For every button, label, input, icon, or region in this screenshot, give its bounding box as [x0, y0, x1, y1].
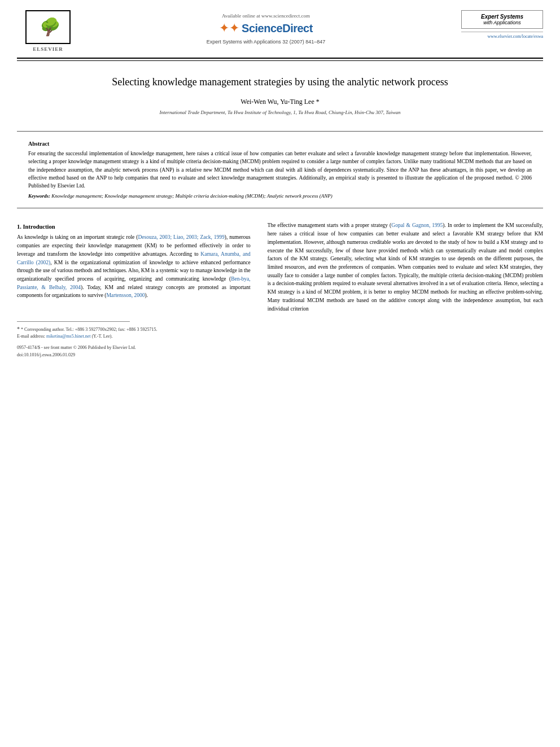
sciencedirect-section: Available online at www.sciencedirect.co…	[79, 10, 453, 45]
column-right: The effective management starts with a p…	[259, 221, 543, 316]
article-title: Selecting knowledge management strategie…	[45, 75, 515, 89]
sciencedirect-logo: ✦✦ ScienceDirect	[219, 21, 313, 36]
elsevier-logo-box: 🌳	[25, 10, 71, 44]
sciencedirect-icon: ✦✦	[219, 21, 239, 36]
keywords-label: Keywords:	[28, 193, 50, 199]
authors: Wei-Wen Wu, Yu-Ting Lee *	[45, 98, 515, 106]
journal-ids-text: 0957-4174/$ - see front matter © 2006 Pu…	[17, 344, 543, 359]
page: 🌳 ELSEVIER Available online at www.scien…	[0, 0, 560, 747]
ref-martensson[interactable]: Martensson, 2000	[106, 292, 145, 298]
elsevier-logo-section: 🌳 ELSEVIER	[17, 10, 79, 52]
abstract-section: Abstract For ensuring the successful imp…	[0, 136, 560, 203]
expert-systems-sub: with Applications	[467, 20, 537, 25]
ref-benbya[interactable]: Ben-bya, Passiante, & Belbaly, 2004	[17, 276, 251, 290]
journal-brand-section: Expert Systems with Applications www.els…	[453, 10, 543, 39]
elsevier-label: ELSEVIER	[33, 46, 63, 52]
intro-para-right: The effective management starts with a p…	[268, 221, 543, 313]
ref-kamara[interactable]: Kamara, Anumba, and Carrillo (2002)	[17, 251, 251, 265]
expert-systems-box: Expert Systems with Applications	[461, 10, 543, 29]
header-divider-top	[17, 58, 543, 59]
elsevier-tree-icon: 🌳	[38, 19, 59, 36]
expert-systems-title: Expert Systems	[467, 14, 537, 20]
footnote-corresponding: * * Corresponding author. Tel.: +886 3 5…	[17, 325, 543, 333]
abstract-divider-top	[17, 131, 543, 132]
footnote-corresponding-text: * Corresponding author. Tel.: +886 3 592…	[21, 327, 157, 332]
abstract-label: Abstract	[28, 141, 532, 147]
intro-para-left: As knowledge is taking on an important s…	[17, 233, 251, 300]
column-left: 1. Introduction As knowledge is taking o…	[17, 221, 259, 316]
section1-col-right-text: The effective management starts with a p…	[268, 221, 543, 313]
abstract-text: For ensuring the successful implementati…	[28, 150, 532, 190]
keywords-values: Knowledge management; Knowledge manageme…	[51, 193, 332, 199]
header: 🌳 ELSEVIER Available online at www.scien…	[0, 0, 560, 52]
ref-desouza[interactable]: Desouza, 2003; Liao, 2003; Zack, 1999	[138, 234, 224, 240]
sciencedirect-label: ScienceDirect	[242, 22, 313, 35]
main-content: 1. Introduction As knowledge is taking o…	[0, 213, 560, 316]
journal-ids: 0957-4174/$ - see front matter © 2006 Pu…	[0, 340, 560, 362]
footer-section: * * Corresponding author. Tel.: +886 3 5…	[0, 321, 560, 340]
elsevier-url: www.elsevier.com/locate/eswa	[461, 32, 543, 39]
title-section: Selecting knowledge management strategie…	[0, 61, 560, 126]
email-link[interactable]: miketina@ms5.hinet.net	[46, 334, 90, 339]
section1-col-left-text: As knowledge is taking on an important s…	[17, 233, 251, 300]
keywords: Keywords: Knowledge management; Knowledg…	[28, 193, 532, 199]
email-label: E-mail address:	[17, 334, 45, 339]
available-online-text: Available online at www.sciencedirect.co…	[222, 13, 310, 19]
footer-divider	[17, 321, 130, 322]
section1-heading: 1. Introduction	[17, 224, 251, 230]
ref-gopal[interactable]: Gopal & Gagnon, 1995	[391, 222, 443, 228]
affiliation: International Trade Department, Ta Hwa I…	[45, 110, 515, 115]
abstract-body: For ensuring the successful implementati…	[28, 151, 532, 189]
footnote-email: E-mail address: miketina@ms5.hinet.net (…	[17, 333, 543, 340]
footnote-star: *	[17, 326, 20, 332]
email-author: (Y.-T. Lee).	[91, 334, 112, 339]
journal-citation: Expert Systems with Applications 32 (200…	[207, 39, 326, 45]
abstract-divider-bottom	[17, 208, 543, 208]
elsevier-logo: 🌳 ELSEVIER	[17, 10, 79, 52]
